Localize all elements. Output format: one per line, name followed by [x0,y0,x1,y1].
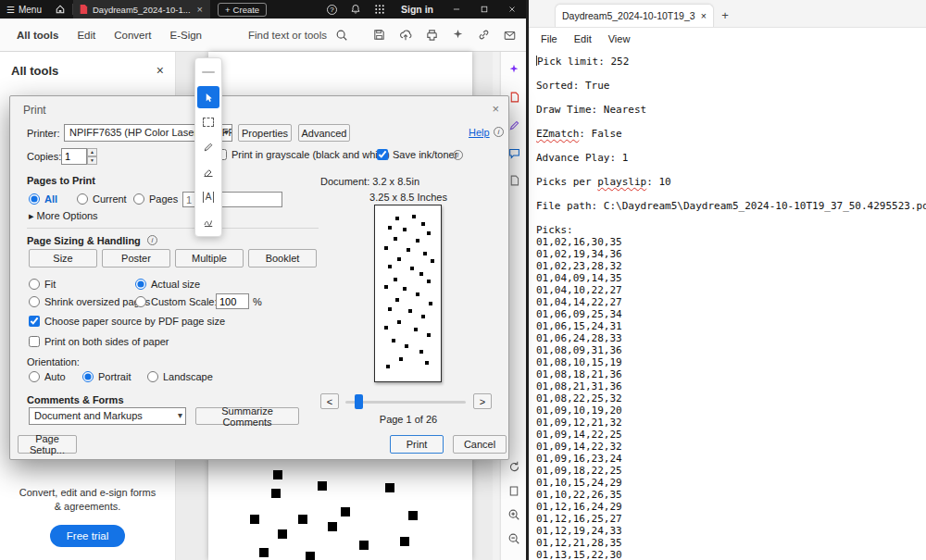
help-button[interactable]: ? [320,0,344,19]
properties-button[interactable]: Properties [238,124,292,142]
page-slider-handle[interactable] [355,394,363,409]
sizing-info-icon[interactable]: i [147,235,157,245]
all-radio-row[interactable]: All [29,193,57,205]
cloud-upload-icon[interactable] [398,28,413,42]
notepad-editor[interactable]: Pick limit: 252 Sorted: True Draw Time: … [529,50,926,560]
add-text-tool[interactable]: A [197,186,219,208]
toolbar-tab-all-tools[interactable]: All tools [7,26,68,44]
print-icon[interactable] [425,28,439,42]
portrait-radio[interactable] [82,371,94,382]
actual-size-radio[interactable] [135,279,146,290]
notepad-tab-close-icon[interactable]: × [701,10,707,21]
link-icon[interactable] [477,28,491,42]
save-icon[interactable] [372,28,386,42]
portrait-radio-row[interactable]: Portrait [82,371,131,382]
current-radio-row[interactable]: Current [77,193,127,205]
both-sides-checkbox[interactable] [29,336,40,347]
custom-scale-input[interactable] [216,293,249,309]
shrink-radio-row[interactable]: Shrink oversized pages [29,296,150,307]
close-window-button[interactable] [498,0,526,19]
advanced-button[interactable]: Advanced [298,124,350,142]
menu-button[interactable]: ☰ Menu [0,0,48,19]
notepad-menu-file[interactable]: File [532,31,566,47]
zoom-out-icon[interactable] [506,530,522,547]
toolbar-tab-convert[interactable]: Convert [105,26,160,44]
notifications-button[interactable] [344,0,368,19]
ai-assistant-icon[interactable] [451,28,465,42]
email-icon[interactable] [503,29,517,42]
palette-drag-handle[interactable] [197,61,219,83]
find-bar[interactable]: Find text or tools [248,19,348,51]
more-options-toggle[interactable]: ▸ More Options [29,210,98,222]
minimize-button[interactable] [443,0,470,19]
auto-radio-row[interactable]: Auto [29,371,66,382]
fit-radio-row[interactable]: Fit [29,279,56,290]
sign-in-button[interactable]: Sign in [392,4,443,15]
create-button[interactable]: + Create [218,3,267,17]
notepad-menu-edit[interactable]: Edit [566,31,600,47]
custom-scale-radio-row[interactable]: Custom Scale: [135,296,218,307]
maximize-button[interactable] [470,0,498,19]
landscape-radio[interactable] [147,371,158,382]
custom-scale-radio[interactable] [135,296,146,307]
landscape-radio-row[interactable]: Landscape [147,371,213,382]
actual-size-radio-row[interactable]: Actual size [135,279,200,290]
stepper-up-icon[interactable]: ▲ [87,148,97,156]
shrink-radio[interactable] [29,296,40,307]
next-page-button[interactable]: > [473,393,492,409]
toolbar-tab-e-sign[interactable]: E-Sign [160,26,211,44]
toolbar-tab-edit[interactable]: Edit [68,26,105,44]
help-info-icon[interactable]: i [494,127,504,137]
auto-radio[interactable] [29,371,40,382]
page-view-icon[interactable] [506,482,522,499]
home-button[interactable] [48,0,72,19]
notepad-new-tab-button[interactable]: + [714,4,736,27]
summarize-comments-button[interactable]: Summarize Comments [195,407,299,425]
copies-input[interactable] [61,148,87,165]
previous-page-button[interactable]: < [320,393,339,409]
current-radio[interactable] [77,193,88,205]
page-square [298,515,307,524]
save-ink-checkbox-row[interactable]: Save ink/toner [377,149,457,160]
panel-close-icon[interactable]: × [156,63,164,78]
grayscale-checkbox-row[interactable]: Print in grayscale (black and white) [216,149,390,160]
page-square [278,529,287,539]
zoom-in-icon[interactable] [506,506,522,523]
print-dialog-close-icon[interactable]: × [492,102,499,116]
page-slider-track[interactable] [345,401,466,404]
free-trial-button[interactable]: Free trial [50,525,125,547]
poster-button[interactable]: Poster [102,249,170,268]
snapshot-tool[interactable] [197,111,219,133]
ink-sign-tool[interactable] [197,211,219,233]
quick-tools-palette: A [194,57,222,237]
fit-radio[interactable] [29,279,40,290]
print-button[interactable]: Print [390,435,444,454]
paper-source-checkbox[interactable] [29,316,40,327]
pages-radio-row[interactable]: Pages [133,193,178,205]
paper-source-checkbox-row[interactable]: Choose paper source by PDF page size [29,316,225,327]
tab-close-icon[interactable]: × [195,4,205,15]
eraser-tool[interactable] [197,161,219,183]
select-tool[interactable] [197,86,219,108]
size-button[interactable]: Size [29,249,97,268]
stepper-down-icon[interactable]: ▼ [87,156,97,165]
page-setup-button[interactable]: Page Setup... [18,435,77,454]
all-radio[interactable] [29,193,40,205]
pages-radio[interactable] [133,193,144,205]
ai-sparkle-icon[interactable] [506,61,522,78]
notepad-menu-view[interactable]: View [600,31,639,47]
multiple-button[interactable]: Multiple [175,249,244,268]
help-link[interactable]: Help [469,127,490,138]
both-sides-checkbox-row[interactable]: Print on both sides of paper [29,336,169,347]
booklet-button[interactable]: Booklet [248,249,317,268]
cancel-button[interactable]: Cancel [453,435,507,454]
apps-button[interactable] [368,0,392,19]
comments-select[interactable]: Document and Markups ▾ [29,407,186,425]
refresh-icon[interactable] [506,458,522,475]
copies-stepper[interactable]: ▲▼ [87,148,97,165]
notepad-tab[interactable]: Daydream5_2024-10-10T19_37_50... × [555,4,714,27]
pencil-tool[interactable] [197,136,219,158]
document-tab[interactable]: Daydream5_2024-10-1... × [73,0,210,19]
save-ink-info-icon[interactable]: i [453,150,463,160]
save-ink-checkbox[interactable] [377,149,388,160]
